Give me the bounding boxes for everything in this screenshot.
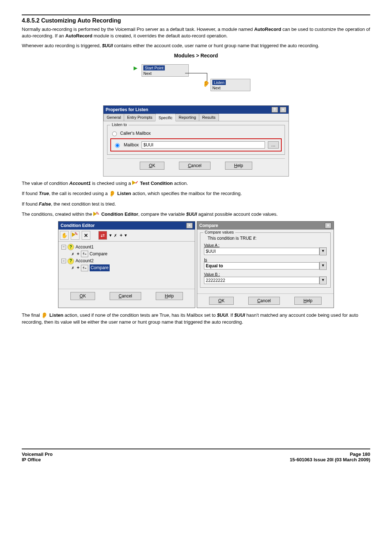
value-b-dropdown[interactable]: ▼: [319, 276, 327, 284]
compare-ok-button[interactable]: OK: [209, 297, 233, 305]
tree-account1[interactable]: Account1: [75, 244, 94, 251]
listen-next-label: Next: [212, 86, 221, 90]
listen-inline-icon-2: 👂: [41, 312, 48, 319]
mailbox-field[interactable]: [142, 141, 265, 149]
tree-compare2[interactable]: Compare: [90, 264, 110, 271]
toolbar-edit-icon[interactable]: [71, 231, 79, 240]
expander-account2[interactable]: −: [61, 259, 66, 263]
para6-a: The conditions, created within the: [22, 211, 93, 217]
operator-dropdown[interactable]: ▼: [319, 262, 327, 270]
para4-a: If found: [22, 191, 39, 196]
start-next-label: Next: [143, 71, 152, 76]
compare-close[interactable]: ×: [325, 223, 331, 228]
para7-listen: Listen: [49, 312, 63, 317]
listen-inline-icon: 👂: [109, 190, 116, 197]
para3-e: action.: [173, 181, 188, 186]
compare-title: Compare: [199, 223, 218, 228]
para7-a: The final: [22, 312, 41, 317]
footer-rule: [22, 449, 370, 449]
cond-help-button[interactable]: Help: [156, 292, 183, 300]
properties-title-bar: Properties for Listen ? ×: [103, 106, 289, 114]
condition-tree: − ? Account1 ✗ + f= Compare − ? Account2…: [58, 242, 195, 286]
expander-account1[interactable]: −: [61, 245, 66, 250]
tab-results[interactable]: Results: [199, 114, 219, 121]
tab-entry-prompts[interactable]: Entry Prompts: [124, 114, 156, 121]
cond-editor-toolbar: ✋ ✕ ⇄ ▾ ✗ + ▾: [58, 230, 195, 242]
help-window-button[interactable]: ?: [271, 107, 278, 113]
para7-uui-2: $UUI: [234, 312, 245, 317]
compare-node-icon: f=: [81, 251, 88, 257]
footer-right-2: 15-601063 Issue 20l (03 March 2009): [290, 457, 370, 462]
para7-c: action, used if none of the condition te…: [63, 312, 217, 317]
toolbar-dropdown-1[interactable]: ▾: [109, 232, 112, 238]
para6-c: , compare the variable: [138, 211, 186, 217]
listen-to-fieldset: Listen to Caller's Mailbox Mailbox …: [107, 125, 285, 155]
toolbar-compare-icon[interactable]: ⇄: [98, 231, 107, 240]
footer-left-2: IP Office: [22, 457, 41, 462]
radio-mailbox-label: Mailbox: [124, 142, 139, 147]
condition-editor-dialog: Condition Editor × ✋ ✕ ⇄ ▾ ✗ + ▾ − ? Acc…: [58, 221, 195, 308]
para-6: The conditions, created within the Condi…: [22, 211, 370, 218]
ok-button[interactable]: OK: [140, 162, 164, 170]
value-a-label: Value A :: [204, 243, 327, 247]
tab-reporting[interactable]: Reporting: [175, 114, 199, 121]
tab-general[interactable]: General: [103, 114, 124, 121]
para4-listen: Listen: [117, 191, 131, 196]
value-a-field[interactable]: [204, 248, 319, 255]
para-4: If found True, the call is recorded usin…: [22, 190, 370, 197]
para2-a: Whenever auto recording is triggered,: [22, 43, 102, 48]
toolbar-xplus[interactable]: ✗ +: [114, 232, 122, 238]
radio-mailbox[interactable]: [115, 143, 120, 148]
tree-compare1[interactable]: Compare: [90, 251, 107, 258]
compare-node-icon-2: f=: [81, 265, 88, 271]
value-b-field[interactable]: [204, 277, 319, 284]
cancel-button[interactable]: Cancel: [179, 162, 211, 170]
para5-c: , the next condition test is tried.: [51, 201, 116, 207]
play-icon: ▶: [134, 65, 138, 71]
flowchart-title: Modules > Record: [22, 53, 370, 58]
cond-editor-title: Condition Editor: [61, 223, 95, 228]
para3-c: is checked using a: [91, 181, 132, 186]
tab-specific[interactable]: Specific: [155, 114, 176, 121]
toolbar-delete-icon[interactable]: ✕: [82, 231, 90, 240]
question-icon: ?: [68, 244, 74, 250]
radio-callers-mailbox[interactable]: [112, 131, 117, 136]
cond-editor-close[interactable]: ×: [186, 223, 193, 228]
para4-c: , the call is recorded using a: [49, 191, 109, 196]
para5-a: If found: [22, 201, 39, 207]
tree-account2[interactable]: Account2: [75, 258, 94, 264]
mailbox-browse-button[interactable]: …: [268, 141, 279, 149]
compare-fieldset: Compare values This condition is TRUE if…: [200, 232, 331, 288]
cond-cancel-button[interactable]: Cancel: [110, 292, 141, 300]
para1-autorecord-1: AutoRecord: [254, 27, 281, 32]
top-rule: [22, 15, 370, 15]
para5-false: False: [39, 201, 51, 207]
listen-to-legend: Listen to: [110, 122, 128, 127]
para6-uui: $UUI: [186, 211, 197, 217]
close-window-button[interactable]: ×: [280, 107, 286, 113]
listen-node: Listen Next: [211, 79, 250, 91]
help-button[interactable]: Help: [225, 162, 252, 170]
toolbar-new-icon[interactable]: ✋: [60, 231, 69, 240]
para1-autorecord-2: AutoRecord: [65, 33, 92, 39]
para1-a: Normally auto-recording is performed by …: [22, 27, 254, 32]
para7-e: . If: [228, 312, 234, 317]
para2-c: contains either the account code, user n…: [113, 43, 319, 48]
cond-ok-button[interactable]: OK: [70, 292, 95, 300]
properties-title: Properties for Listen: [106, 107, 148, 112]
operator-field[interactable]: [204, 262, 319, 270]
listen-node-label: Listen: [212, 80, 226, 85]
footer: Voicemail Pro Page 180 IP Office 15-6010…: [22, 449, 370, 462]
footer-right-1: Page 180: [350, 451, 370, 457]
compare-cancel-button[interactable]: Cancel: [248, 297, 280, 305]
compare-help-button[interactable]: Help: [294, 297, 322, 305]
para3-a: The value of condition: [22, 181, 69, 186]
xplus-icon: ✗ +: [72, 251, 79, 258]
dual-dialogs: Condition Editor × ✋ ✕ ⇄ ▾ ✗ + ▾ − ? Acc…: [58, 221, 334, 308]
value-a-dropdown[interactable]: ▼: [319, 247, 327, 255]
flowchart: Modules > Record ▶ Start Point Next → 👂 …: [22, 53, 370, 102]
question-icon-2: ?: [68, 258, 74, 264]
para2-uui: $UUI: [102, 43, 113, 48]
toolbar-dropdown-2[interactable]: ▾: [124, 232, 127, 238]
para-3: The value of condition Account1 is check…: [22, 180, 370, 187]
